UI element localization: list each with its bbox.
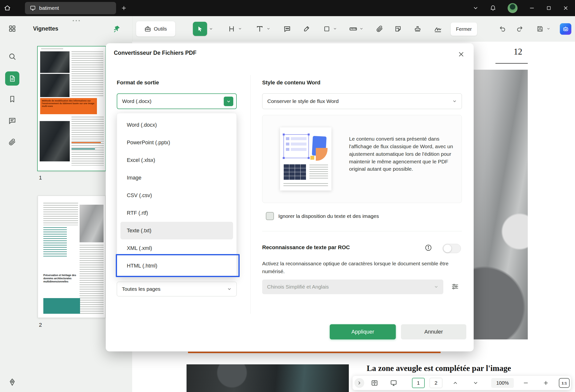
format-option-image[interactable]: Image bbox=[117, 169, 237, 187]
thumb1-header-line bbox=[41, 48, 63, 50]
tools-button[interactable]: Outils bbox=[136, 21, 175, 36]
page-range-chevron-icon bbox=[227, 287, 232, 291]
apps-grid-icon[interactable] bbox=[8, 24, 16, 33]
format-option-csv[interactable]: CSV (.csv) bbox=[117, 187, 237, 204]
ocr-info-icon[interactable] bbox=[425, 244, 432, 251]
format-option-txt[interactable]: Texte (.txt) bbox=[120, 222, 233, 240]
minimize-button[interactable] bbox=[529, 5, 535, 11]
user-avatar[interactable] bbox=[507, 3, 518, 13]
panel-drag-handle[interactable] bbox=[73, 20, 80, 21]
format-option-rtf[interactable]: RTF (.rtf) bbox=[117, 204, 237, 222]
signature-tool-icon[interactable] bbox=[433, 24, 443, 34]
measure-tool-chevron-icon[interactable] bbox=[359, 27, 363, 31]
page-range-select[interactable]: Toutes les pages bbox=[117, 282, 237, 296]
presentation-mode-icon[interactable] bbox=[389, 378, 399, 388]
next-page-chevron-icon[interactable] bbox=[471, 378, 480, 388]
toolbox-icon bbox=[144, 26, 151, 32]
dialog-close-button[interactable] bbox=[457, 51, 465, 58]
ignore-layout-label: Ignorer la disposition du texte et des i… bbox=[278, 213, 379, 219]
cancel-button[interactable]: Annuler bbox=[401, 324, 466, 339]
titlebar: batiment bbox=[0, 0, 575, 16]
maximize-button[interactable] bbox=[546, 5, 551, 11]
save-chevron-icon[interactable] bbox=[547, 27, 551, 31]
word-style-value: Conserver le style de flux Word bbox=[263, 98, 338, 104]
home-button[interactable] bbox=[0, 0, 15, 16]
close-window-button[interactable] bbox=[563, 5, 569, 11]
ocr-section-label: Reconnaissance de texte par ROC bbox=[262, 244, 350, 251]
pdf-converter-dialog: Convertisseur De Fichiers PDF Format de … bbox=[106, 43, 474, 351]
zoom-in-icon[interactable] bbox=[541, 378, 551, 388]
thumbnail-2-number: 2 bbox=[39, 322, 42, 328]
attachments-icon[interactable] bbox=[8, 138, 16, 146]
ocr-language-value: Chinois Simplifié et Anglais bbox=[262, 284, 329, 290]
actual-size-button[interactable]: 1:1 bbox=[559, 378, 570, 388]
attach-file-tool-icon[interactable] bbox=[375, 24, 384, 34]
pin-panel-icon[interactable] bbox=[113, 25, 121, 33]
next-page-box[interactable]: 2 bbox=[430, 378, 442, 388]
collapse-bar-chevron-icon[interactable] bbox=[355, 378, 364, 388]
reading-mode-icon[interactable] bbox=[370, 378, 380, 388]
page-thumbnail-2[interactable]: Préservation et héritage des données arc… bbox=[38, 196, 105, 318]
redo-icon[interactable] bbox=[515, 24, 525, 34]
word-style-label: Style de contenu Word bbox=[262, 80, 320, 86]
output-format-label: Format de sortie bbox=[117, 80, 159, 86]
add-text-tool-icon[interactable] bbox=[255, 24, 264, 34]
thumb1-photo-person bbox=[40, 121, 70, 161]
highlighter-pen-tool-icon[interactable] bbox=[302, 24, 311, 34]
search-icon[interactable] bbox=[8, 52, 16, 61]
output-format-select[interactable]: Word (.docx) bbox=[117, 93, 237, 109]
output-format-value: Word (.docx) bbox=[117, 98, 151, 104]
page-thumbnail-1[interactable]: Méthode de modélisation des informations… bbox=[38, 46, 105, 171]
thumbnail-1-number: 1 bbox=[39, 174, 42, 181]
previous-page-chevron-icon[interactable] bbox=[450, 378, 460, 388]
thumbnails-tab-active[interactable] bbox=[5, 71, 19, 86]
notifications-bell-icon[interactable] bbox=[490, 5, 496, 11]
ignore-layout-checkbox[interactable] bbox=[266, 212, 274, 220]
select-tool-chevron-icon[interactable] bbox=[209, 27, 213, 31]
comment-tool-icon[interactable] bbox=[282, 24, 292, 34]
close-tools-button[interactable]: Fermer bbox=[451, 22, 477, 36]
ocr-toggle-off[interactable] bbox=[443, 244, 461, 253]
cancel-label: Annuler bbox=[425, 329, 443, 335]
pdfelement-window: batiment bbox=[0, 0, 575, 392]
edit-text-tool-icon[interactable] bbox=[227, 24, 237, 34]
edit-tool-chevron-icon[interactable] bbox=[238, 27, 242, 31]
new-tab-button[interactable] bbox=[121, 5, 127, 11]
design-ink-icon[interactable] bbox=[8, 378, 16, 386]
word-style-select[interactable]: Conserver le style de flux Word bbox=[262, 93, 462, 109]
document-tab[interactable]: batiment bbox=[25, 2, 116, 14]
bookmarks-icon[interactable] bbox=[8, 95, 16, 103]
format-option-excel[interactable]: Excel (.xlsx) bbox=[117, 151, 237, 169]
format-option-word[interactable]: Word (.docx) bbox=[117, 116, 237, 134]
left-icon-rail bbox=[0, 16, 24, 392]
save-icon[interactable] bbox=[535, 24, 545, 34]
document-caption: La zone aveugle est complétée par l'imag… bbox=[367, 364, 528, 373]
select-tool-button[interactable] bbox=[193, 22, 207, 36]
comments-icon[interactable] bbox=[8, 116, 16, 125]
shapes-tool-icon[interactable] bbox=[322, 24, 332, 34]
thumb1-highlight-orange bbox=[72, 142, 101, 143]
text-tool-chevron-icon[interactable] bbox=[266, 27, 270, 31]
zoom-out-icon[interactable] bbox=[521, 378, 531, 388]
current-page-box[interactable]: 1 bbox=[412, 378, 425, 388]
thumb1-highlight-teal bbox=[72, 149, 95, 150]
sticker-tool-icon[interactable] bbox=[393, 24, 403, 34]
thumb1-photo-top bbox=[40, 51, 70, 73]
architecture-photo bbox=[474, 70, 528, 339]
undo-icon[interactable] bbox=[498, 24, 507, 34]
format-option-powerpoint[interactable]: PowerPoint (.pptx) bbox=[117, 134, 237, 151]
stamp-tool-icon[interactable] bbox=[413, 24, 423, 34]
thumb1-text-col2 bbox=[72, 117, 104, 166]
ocr-language-select-disabled[interactable]: Chinois Simplifié et Anglais bbox=[262, 280, 443, 294]
home-icon bbox=[4, 5, 11, 12]
format-select-chevron-button[interactable] bbox=[224, 97, 233, 106]
shapes-tool-chevron-icon[interactable] bbox=[333, 27, 337, 31]
ai-assistant-button[interactable] bbox=[560, 23, 571, 35]
apply-button[interactable]: Appliquer bbox=[330, 324, 396, 339]
main-toolbar: Outils bbox=[132, 16, 575, 42]
zoom-level[interactable]: 100% bbox=[491, 378, 514, 388]
tab-list-chevron-icon[interactable] bbox=[473, 5, 479, 11]
thumb1-photo-mid bbox=[40, 74, 70, 97]
measure-tool-icon[interactable] bbox=[348, 24, 358, 34]
ocr-settings-sliders-icon[interactable] bbox=[451, 283, 459, 291]
